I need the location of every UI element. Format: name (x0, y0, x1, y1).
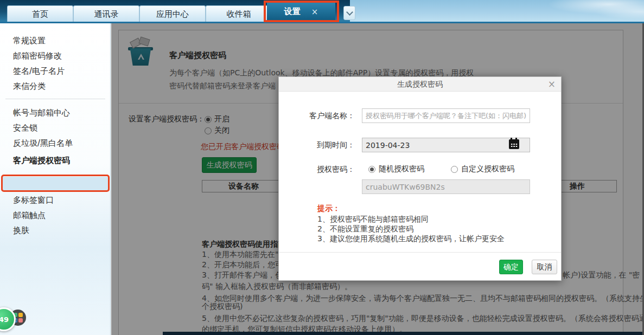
webmail-settings-page: 首页 通讯录 应用中心 收件箱 设置 × 常规设置 邮箱密码修改 签名/电子名片… (0, 0, 644, 335)
dialog-title: 生成授权密码 (279, 77, 561, 91)
sidebar-divider (5, 99, 105, 99)
sidebar-item-multitab[interactable]: 多标签窗口 (13, 195, 54, 205)
tab-app-center[interactable]: 应用中心 (139, 5, 206, 22)
tab-overflow-button[interactable] (343, 6, 355, 20)
sidebar-item-signature[interactable]: 签名/电子名片 (13, 66, 65, 76)
calendar-icon[interactable] (509, 139, 519, 149)
badge-count: 49 (0, 315, 9, 324)
sidebar-divider (5, 175, 105, 175)
tab-inbox[interactable]: 收件箱 (206, 5, 272, 22)
sidebar-item-mail-sorting[interactable]: 来信分类 (13, 81, 46, 92)
radio-random-password-label[interactable]: 随机授权密码 (379, 164, 424, 174)
sidebar-item-security-lock[interactable]: 安全锁 (13, 123, 37, 133)
generated-password-field[interactable] (362, 179, 530, 194)
expire-date-input[interactable] (362, 138, 530, 152)
dialog-footer-divider (279, 252, 561, 253)
tip-item: 3、建议您使用系统随机生成的授权密码，让帐户更安全 (317, 234, 505, 244)
sidebar-item-mail-touchpoint[interactable]: 邮箱触点 (13, 210, 46, 221)
generate-password-dialog: 生成授权密码 × 客户端名称： 到期时间： 授权密码： 随机授权密码 自定义授权… (278, 76, 562, 281)
sky-banner (350, 0, 644, 22)
tab-home[interactable]: 首页 (7, 5, 73, 22)
tips-title: 提示： (317, 204, 340, 214)
tab-settings-label: 设置 (284, 7, 301, 17)
radio-custom-password-label[interactable]: 自定义授权密码 (461, 164, 514, 174)
settings-sidebar: 常规设置 邮箱密码修改 签名/电子名片 来信分类 帐号与邮箱中心 安全锁 反垃圾… (0, 23, 111, 335)
close-icon[interactable]: × (548, 78, 556, 90)
tip-item: 1、授权密码不能与邮箱密码相同 (317, 215, 429, 224)
radio-custom-password[interactable] (451, 166, 458, 173)
sidebar-item-password-change[interactable]: 邮箱密码修改 (13, 50, 62, 61)
tab-settings[interactable]: 设置 × (267, 2, 335, 22)
sidebar-item-account-center[interactable]: 帐号与邮箱中心 (13, 107, 70, 118)
sidebar-item-client-auth-password[interactable]: 客户端授权密码 (13, 155, 70, 166)
client-name-input[interactable] (362, 108, 530, 123)
tip-item: 2、不能设置重复的授权密码 (317, 224, 413, 234)
tab-contacts[interactable]: 通讯录 (73, 5, 139, 22)
auth-password-label: 授权密码： (279, 165, 355, 175)
tab-bar: 首页 通讯录 应用中心 收件箱 设置 × (0, 0, 644, 22)
sidebar-item-skin[interactable]: 换肤 (13, 225, 29, 236)
client-name-label: 客户端名称： (279, 111, 355, 121)
radio-random-password[interactable] (368, 166, 375, 173)
tab-close-icon[interactable]: × (311, 7, 318, 17)
sidebar-active-highlight (3, 177, 108, 190)
confirm-button[interactable]: 确定 (499, 260, 523, 274)
expire-date-label: 到期时间： (279, 140, 355, 150)
sidebar-item-general[interactable]: 常规设置 (13, 35, 46, 46)
cancel-button[interactable]: 取消 (532, 260, 557, 274)
chevron-down-icon (346, 9, 353, 16)
sidebar-item-antispam[interactable]: 反垃圾/黑白名单 (13, 138, 73, 149)
